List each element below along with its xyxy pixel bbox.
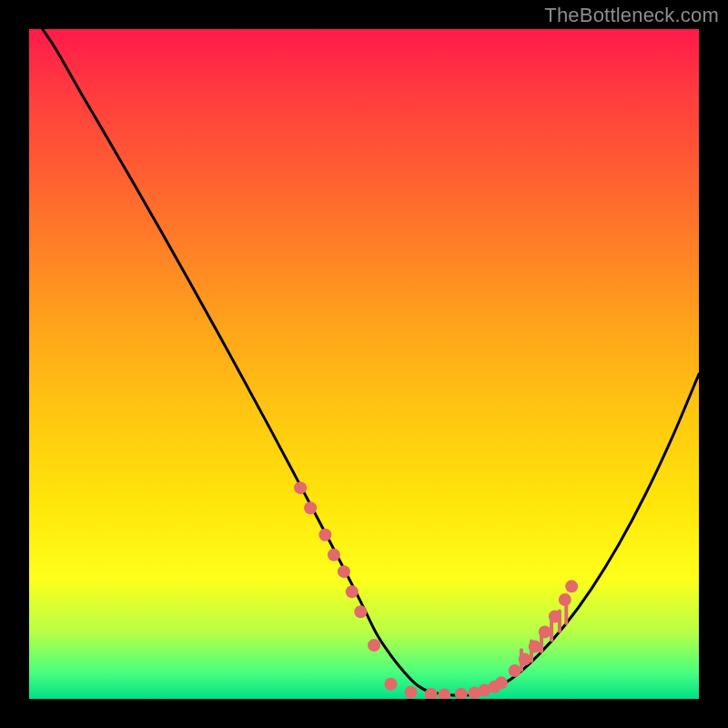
page-frame: TheBottleneck.com (0, 0, 728, 728)
watermark-text: TheBottleneck.com (544, 4, 719, 27)
chart-gradient-background (29, 29, 699, 699)
